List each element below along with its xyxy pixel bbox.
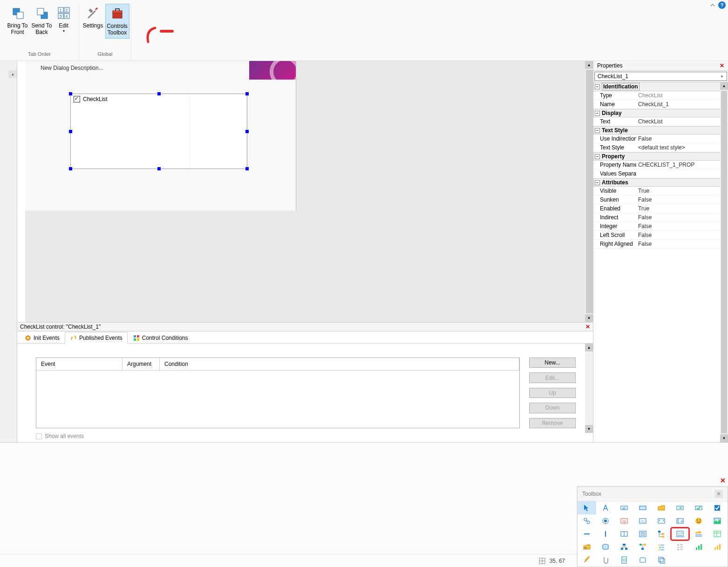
remove-button[interactable]: Remove: [529, 418, 576, 428]
tree-tool[interactable]: [652, 527, 671, 540]
checklist-tool[interactable]: [671, 527, 689, 540]
prop-value[interactable]: CheckList_1: [636, 101, 728, 108]
close-icon[interactable]: ✕: [720, 62, 724, 69]
scroll-down-arrow-icon[interactable]: ▼: [720, 434, 728, 442]
collapse-icon[interactable]: −: [595, 128, 600, 133]
edit-button[interactable]: Edit...: [529, 372, 576, 383]
list-tool[interactable]: [633, 527, 652, 540]
design-canvas[interactable]: New Dialog Description... CheckList: [25, 61, 585, 322]
prop-value[interactable]: False: [636, 232, 728, 238]
org-tool[interactable]: [615, 540, 633, 554]
scrollbar-vertical[interactable]: ▲: [9, 70, 17, 442]
resize-handle[interactable]: [69, 167, 72, 170]
resize-handle[interactable]: [245, 167, 249, 170]
column-header-event[interactable]: Event: [36, 358, 122, 370]
column-header-argument[interactable]: Argument: [122, 358, 160, 370]
canvas-scrollbar[interactable]: ▲ ▼: [585, 61, 593, 322]
send-to-back-button[interactable]: Send To Back: [30, 4, 54, 38]
tab-tool[interactable]: [633, 554, 652, 567]
tab-init-events[interactable]: Init Events: [19, 332, 65, 344]
bars-alt-tool[interactable]: [708, 540, 727, 554]
checkbox-tool[interactable]: [708, 501, 727, 514]
properties-selector[interactable]: CheckList_1 ▼: [594, 72, 727, 81]
events-scrollbar[interactable]: ▲ ▼: [585, 344, 593, 433]
props-scrollbar[interactable]: ▲ ▼: [720, 82, 728, 442]
events-table[interactable]: Event Argument Condition: [36, 358, 520, 428]
image-tool[interactable]: [708, 514, 727, 527]
scroll-up-arrow-icon[interactable]: ▲: [9, 70, 17, 78]
prop-value[interactable]: True: [636, 205, 728, 212]
settings-button[interactable]: Settings: [81, 4, 105, 39]
collapse-icon[interactable]: −: [595, 111, 600, 116]
prop-value[interactable]: False: [636, 241, 728, 247]
edit-tab-order-button[interactable]: 1234 Edit ▾: [54, 4, 74, 38]
updown-tool[interactable]: [652, 514, 671, 527]
resize-handle[interactable]: [157, 167, 161, 170]
help-icon[interactable]: ?: [718, 1, 726, 9]
brush-tool[interactable]: [578, 554, 596, 567]
collapse-icon[interactable]: −: [595, 84, 600, 89]
xy-tool[interactable]: xy: [615, 514, 633, 527]
emoji-tool[interactable]: [689, 514, 708, 527]
drive-tool[interactable]: [578, 540, 596, 554]
vline-tool[interactable]: [596, 527, 615, 540]
folder-tool[interactable]: [652, 501, 671, 514]
category-display[interactable]: −Display: [593, 109, 728, 117]
page-tool[interactable]: [615, 554, 633, 567]
scroll-down-arrow-icon[interactable]: ▼: [585, 425, 593, 433]
textbox-tool[interactable]: ab: [615, 501, 633, 514]
scroll-up-arrow-icon[interactable]: ▲: [585, 344, 593, 351]
checklist-control[interactable]: CheckList: [70, 94, 247, 169]
indent-list-tool[interactable]: [652, 540, 671, 554]
property-grid[interactable]: −Identification TypeCheckList NameCheckL…: [593, 82, 728, 442]
prop-value[interactable]: False: [636, 223, 728, 230]
resize-handle[interactable]: [245, 130, 249, 133]
scale-tool[interactable]: a: [671, 514, 689, 527]
up-button[interactable]: Up: [529, 388, 576, 398]
resize-handle[interactable]: [245, 92, 249, 95]
scroll-down-arrow-icon[interactable]: ▼: [585, 314, 593, 322]
pointer-tool[interactable]: [578, 501, 596, 514]
tab-control-conditions[interactable]: Control Conditions: [128, 332, 193, 344]
category-property[interactable]: −Property: [593, 152, 728, 161]
category-text-style[interactable]: −Text Style: [593, 126, 728, 135]
prop-value[interactable]: CHECKLIST_1_PROP: [636, 162, 728, 168]
down-button[interactable]: Down: [529, 403, 576, 413]
stack-tool[interactable]: [652, 554, 671, 567]
collapse-icon[interactable]: −: [595, 154, 600, 159]
close-icon[interactable]: ✕: [585, 324, 590, 330]
label-tool[interactable]: A: [596, 501, 615, 514]
split-tool[interactable]: [615, 527, 633, 540]
prop-value[interactable]: True: [636, 188, 728, 194]
resize-handle[interactable]: [157, 92, 161, 95]
scroll-up-arrow-icon[interactable]: ▲: [720, 82, 728, 90]
new-button[interactable]: New...: [529, 358, 576, 368]
detail-list-tool[interactable]: [708, 527, 727, 540]
arrow-button-tool[interactable]: [671, 501, 689, 514]
resize-handle[interactable]: [69, 130, 72, 133]
form-list-tool[interactable]: [671, 540, 689, 554]
close-icon[interactable]: ✕: [720, 477, 726, 484]
button-tool[interactable]: [633, 501, 652, 514]
category-identification[interactable]: −Identification: [593, 82, 728, 91]
checkbox-icon[interactable]: [36, 433, 42, 439]
db-tool[interactable]: [596, 540, 615, 554]
category-attributes[interactable]: −Attributes: [593, 178, 728, 187]
clip-tool[interactable]: [596, 554, 615, 567]
check-button-tool[interactable]: [689, 501, 708, 514]
prop-value[interactable]: CheckList: [636, 118, 728, 125]
hline-tool[interactable]: [578, 527, 596, 540]
scroll-thumb[interactable]: [586, 70, 593, 313]
scroll-up-arrow-icon[interactable]: ▲: [585, 61, 593, 69]
controls-toolbox-button[interactable]: Controls Toolbox: [105, 4, 129, 39]
radio-tool[interactable]: [596, 514, 615, 527]
bring-to-front-button[interactable]: Bring To Front: [6, 4, 30, 38]
bars-tool[interactable]: [689, 540, 708, 554]
chevron-up-icon[interactable]: [708, 1, 717, 9]
tab-published-events[interactable]: Published Events: [65, 332, 128, 344]
scroll-thumb[interactable]: [721, 91, 727, 433]
close-icon[interactable]: ✕: [714, 490, 723, 498]
prop-value[interactable]: False: [636, 214, 728, 221]
path-tool[interactable]: C:\: [633, 514, 652, 527]
prop-value[interactable]: False: [636, 135, 728, 142]
